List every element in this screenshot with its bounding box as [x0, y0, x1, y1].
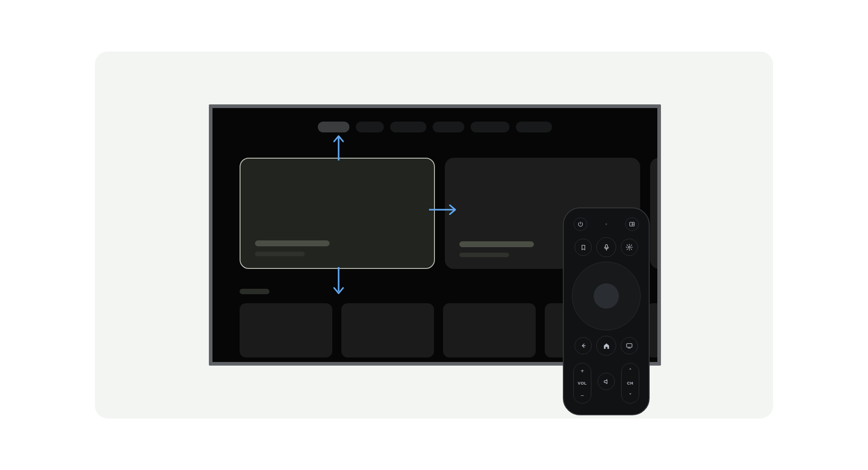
power-icon	[577, 221, 584, 227]
bookmark-icon	[580, 244, 587, 251]
text-placeholder	[459, 241, 534, 247]
remote-control: + VOL − ˄ CH ˅	[563, 207, 650, 415]
channel-rocker[interactable]: ˄ CH ˅	[621, 363, 639, 404]
svg-rect-7	[627, 343, 632, 347]
arrow-right-icon	[428, 203, 458, 216]
bookmark-button[interactable]	[575, 239, 592, 256]
arrow-down-icon	[332, 266, 345, 295]
settings-button[interactable]	[621, 239, 638, 256]
content-card[interactable]	[240, 303, 332, 357]
plus-icon: +	[580, 368, 584, 374]
volume-label: VOL	[578, 381, 587, 385]
tab-row	[212, 122, 657, 132]
content-card[interactable]	[443, 303, 536, 357]
arrow-up-icon	[332, 134, 345, 161]
power-button[interactable]	[574, 217, 587, 231]
tab-item[interactable]	[390, 122, 426, 132]
section-header-placeholder	[240, 289, 269, 294]
mute-button[interactable]	[598, 373, 615, 390]
input-button[interactable]	[625, 217, 639, 231]
text-placeholder	[255, 252, 305, 256]
tab-item-active[interactable]	[318, 122, 349, 132]
home-icon	[603, 342, 610, 350]
tab-item[interactable]	[356, 122, 384, 132]
chevron-down-icon: ˅	[629, 393, 632, 399]
content-card[interactable]	[341, 303, 434, 357]
text-placeholder	[255, 240, 330, 246]
mic-icon	[603, 244, 610, 251]
figure-canvas: + VOL − ˄ CH ˅	[95, 52, 773, 418]
hero-card-focused[interactable]	[240, 158, 435, 269]
guide-icon	[626, 342, 633, 349]
mic-button[interactable]	[596, 237, 616, 257]
tab-item[interactable]	[516, 122, 552, 132]
volume-rocker[interactable]: + VOL −	[573, 363, 591, 404]
input-icon	[629, 221, 635, 227]
channel-label: CH	[627, 381, 633, 385]
svg-rect-4	[605, 244, 607, 248]
back-icon	[580, 342, 587, 349]
mute-icon	[603, 378, 610, 385]
dpad[interactable]	[572, 262, 641, 330]
led-indicator	[605, 223, 607, 225]
back-button[interactable]	[575, 337, 592, 354]
svg-point-5	[628, 246, 630, 248]
text-placeholder	[459, 253, 509, 257]
chevron-up-icon: ˄	[629, 368, 632, 374]
settings-icon	[626, 244, 633, 251]
hero-card-peek[interactable]	[650, 158, 657, 269]
home-button[interactable]	[596, 336, 616, 356]
minus-icon: −	[580, 393, 584, 399]
tab-item[interactable]	[433, 122, 464, 132]
dpad-select-button[interactable]	[594, 283, 619, 309]
tab-item[interactable]	[471, 122, 509, 132]
guide-button[interactable]	[621, 337, 638, 354]
